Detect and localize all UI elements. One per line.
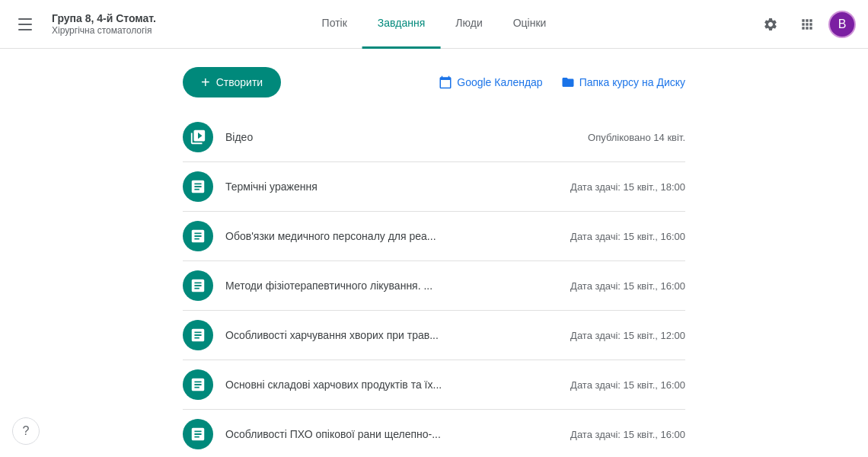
task-date-0: Опубліковано 14 квіт. <box>588 132 685 143</box>
task-date-4: Дата здачі: 15 квіт., 12:00 <box>570 330 685 341</box>
task-date-3: Дата здачі: 15 квіт., 16:00 <box>570 280 685 292</box>
task-icon-0 <box>183 122 213 152</box>
avatar[interactable]: B <box>828 11 856 38</box>
folder-icon <box>561 75 575 89</box>
task-icon-4 <box>183 320 213 350</box>
drive-link[interactable]: Папка курсу на Диску <box>561 75 685 89</box>
course-name: Група 8, 4-й Стомат. <box>52 11 156 25</box>
drive-link-label: Папка курсу на Диску <box>579 76 685 88</box>
plus-icon: + <box>201 75 210 90</box>
task-date-2: Дата здачі: 15 квіт., 16:00 <box>570 231 685 242</box>
task-date-6: Дата здачі: 15 квіт., 16:00 <box>570 429 685 440</box>
task-list: Відео Опубліковано 14 квіт. Термічні ура… <box>183 113 685 457</box>
task-title-3: Методи фізіотерапевтичного лікування. ..… <box>225 280 558 292</box>
tab-liudy[interactable]: Люди <box>440 0 497 49</box>
task-date-5: Дата здачі: 15 квіт., 16:00 <box>570 379 685 391</box>
action-links: Google Календар Папка курсу на Диску <box>439 75 685 89</box>
main-nav: Потік Завдання Люди Оцінки <box>307 0 562 49</box>
task-item[interactable]: Відео Опубліковано 14 квіт. <box>183 113 685 162</box>
help-icon: ? <box>23 424 30 438</box>
task-icon-1 <box>183 171 213 202</box>
calendar-icon <box>439 75 452 89</box>
create-label: Створити <box>216 76 263 88</box>
task-item[interactable]: Обов'язки медичного персоналу для реа...… <box>183 212 685 261</box>
gear-icon <box>763 17 778 32</box>
header: Група 8, 4-й Стомат. Хірургічна стоматол… <box>0 0 868 49</box>
task-icon-3 <box>183 270 213 301</box>
task-date-1: Дата здачі: 15 квіт., 18:00 <box>570 181 685 193</box>
task-item[interactable]: Термічні ураження Дата здачі: 15 квіт., … <box>183 162 685 212</box>
task-title-4: Особливості харчування хворих при трав..… <box>225 329 558 341</box>
calendar-link[interactable]: Google Календар <box>439 75 542 89</box>
course-title-block: Група 8, 4-й Стомат. Хірургічна стоматол… <box>52 11 156 37</box>
tab-potik[interactable]: Потік <box>307 0 362 49</box>
tab-zavdannia[interactable]: Завдання <box>362 0 441 49</box>
task-item[interactable]: Методи фізіотерапевтичного лікування. ..… <box>183 261 685 311</box>
header-actions: B <box>755 9 856 40</box>
task-title-0: Відео <box>225 131 576 143</box>
main-content: + Створити Google Календар Папка курсу н… <box>0 49 868 457</box>
course-subtitle: Хірургічна стоматологія <box>52 25 156 37</box>
calendar-link-label: Google Календар <box>457 76 542 88</box>
settings-button[interactable] <box>755 9 786 40</box>
create-button[interactable]: + Створити <box>183 67 281 97</box>
task-title-5: Основні складові харчових продуктів та ї… <box>225 379 558 391</box>
menu-button[interactable] <box>12 9 43 40</box>
apps-icon <box>799 17 815 32</box>
tab-otsinky[interactable]: Оцінки <box>498 0 562 49</box>
task-title-2: Обов'язки медичного персоналу для реа... <box>225 230 558 242</box>
task-item[interactable]: Основні складові харчових продуктів та ї… <box>183 360 685 410</box>
hamburger-icon <box>18 15 37 34</box>
task-icon-2 <box>183 221 213 251</box>
apps-button[interactable] <box>792 9 822 40</box>
task-item[interactable]: Особливості ПХО опікової рани щелепно-..… <box>183 410 685 457</box>
action-bar: + Створити Google Календар Папка курсу н… <box>183 67 685 97</box>
task-icon-5 <box>183 369 213 400</box>
header-left: Група 8, 4-й Стомат. Хірургічна стоматол… <box>12 9 210 40</box>
task-icon-6 <box>183 419 213 449</box>
task-title-1: Термічні ураження <box>225 181 558 193</box>
help-button[interactable]: ? <box>12 417 40 445</box>
task-item[interactable]: Особливості харчування хворих при трав..… <box>183 311 685 360</box>
task-title-6: Особливості ПХО опікової рани щелепно-..… <box>225 428 558 440</box>
